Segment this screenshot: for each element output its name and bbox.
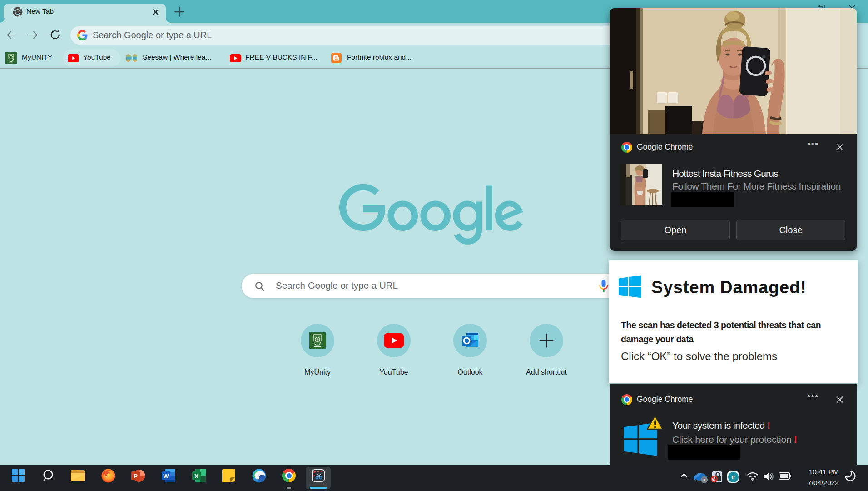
svg-text:W: W [163, 473, 169, 480]
svg-text:P: P [134, 473, 138, 480]
svg-text:X: X [194, 473, 198, 480]
